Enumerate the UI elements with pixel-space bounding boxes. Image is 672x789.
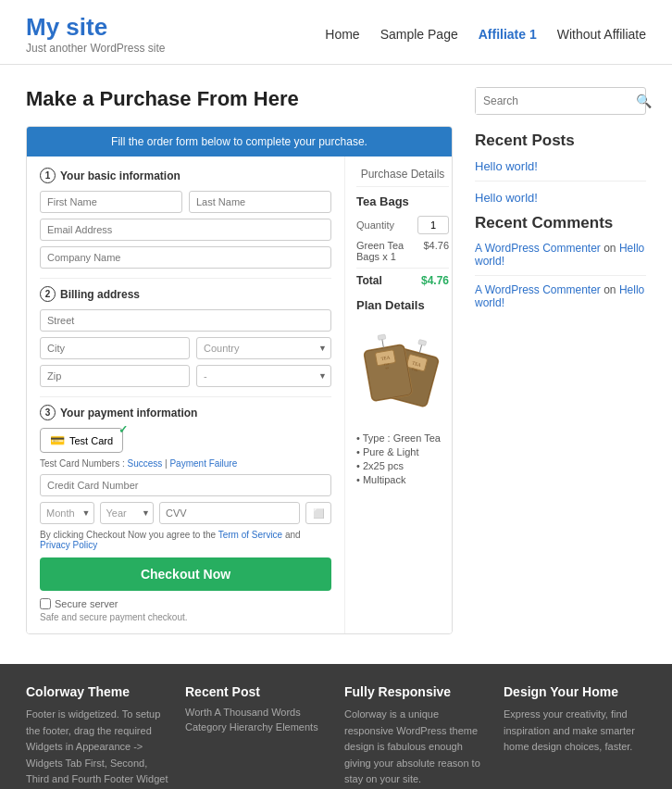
total-price: $4.76 — [421, 274, 449, 287]
checkout-button[interactable]: Checkout Now — [40, 557, 331, 591]
footer-col4-title: Design Your Home — [504, 684, 646, 699]
feature-1: • Type : Green Tea — [356, 432, 449, 444]
test-card-label: Test Card — [69, 435, 113, 446]
street-input[interactable] — [40, 309, 331, 332]
month-select[interactable]: Month — [40, 502, 94, 524]
test-card-info: Test Card Numbers : Success | Payment Fa… — [40, 458, 331, 469]
feature-3: • 2x25 pcs — [356, 460, 449, 471]
secure-checkbox[interactable] — [40, 598, 51, 609]
credit-card-input[interactable] — [40, 474, 331, 496]
comment-author-2[interactable]: A WordPress Commenter — [475, 283, 601, 296]
card-icon: 💳 — [50, 433, 65, 447]
post-link-2[interactable]: Hello world! — [475, 191, 646, 205]
quantity-label: Quantity — [356, 219, 394, 231]
main-nav: Home Sample Page Affiliate 1 Without Aff… — [325, 27, 646, 42]
email-input[interactable] — [40, 219, 331, 241]
footer-col-4: Design Your Home Express your creativity… — [504, 684, 646, 788]
plan-details-title: Plan Details — [356, 298, 449, 312]
footer-col1-text: Footer is widgetized. To setup the foote… — [26, 707, 168, 788]
section2-title: Billing address — [60, 288, 140, 301]
svg-line-13 — [382, 339, 384, 348]
search-input[interactable] — [476, 88, 629, 114]
safe-text: Safe and secure payment checkout. — [40, 612, 331, 622]
search-button[interactable]: 🔍 — [629, 89, 658, 113]
footer-col-2: Recent Post Worth A Thousand Words Categ… — [185, 684, 328, 788]
site-subtitle: Just another WordPress site — [26, 42, 166, 55]
payment-failure-link[interactable]: Payment Failure — [169, 458, 237, 469]
section-billing: 2 Billing address Country ▼ — [40, 286, 331, 387]
check-icon: ✓ — [118, 423, 128, 436]
comment-2: A WordPress Commenter on Hello world! — [475, 283, 646, 309]
feature-2: • Pure & Light — [356, 446, 449, 457]
quantity-input[interactable] — [417, 216, 449, 234]
success-link[interactable]: Success — [127, 458, 162, 469]
site-footer: Colorway Theme Footer is widgetized. To … — [0, 664, 672, 789]
footer-col3-text: Colorway is a unique responsive WordPres… — [344, 707, 487, 788]
site-title: My site — [26, 13, 166, 42]
feature-4: • Multipack — [356, 474, 449, 485]
recent-posts-title: Recent Posts — [475, 132, 646, 150]
svg-rect-6 — [418, 340, 427, 346]
last-name-input[interactable] — [189, 191, 331, 213]
comment-1: A WordPress Commenter on Hello world! — [475, 242, 646, 268]
nav-home[interactable]: Home — [325, 27, 359, 42]
total-label: Total — [356, 274, 382, 287]
purchase-details-title: Purchase Details — [356, 168, 449, 187]
cvv-input[interactable] — [159, 502, 300, 524]
section1-title: Your basic information — [60, 169, 180, 182]
tos-text: By clicking Checkout Now you agree to th… — [40, 530, 331, 550]
nav-sample-page[interactable]: Sample Page — [380, 27, 458, 42]
order-form-container: Fill the order form below to complete yo… — [26, 126, 453, 634]
footer-col-1: Colorway Theme Footer is widgetized. To … — [26, 684, 168, 788]
footer-post-link-2[interactable]: Category Hierarchy Elements — [185, 721, 328, 733]
tos-link[interactable]: Term of Service — [218, 530, 282, 540]
year-select[interactable]: Year — [100, 502, 155, 524]
product-features: • Type : Green Tea • Pure & Light • 2x25… — [356, 432, 449, 485]
form-header-bar: Fill the order form below to complete yo… — [27, 127, 452, 157]
tea-bag-image: TEA Fine TEA Fine — [356, 321, 449, 423]
nav-without-affiliate[interactable]: Without Affiliate — [557, 27, 646, 42]
section-payment: 3 Your payment information 💳 Test Card ✓… — [40, 405, 331, 622]
section2-number: 2 — [40, 286, 56, 302]
svg-line-5 — [419, 344, 422, 353]
product-name: Tea Bags — [356, 194, 449, 208]
zip-suffix-select[interactable]: - — [196, 365, 331, 387]
comment-author-1[interactable]: A WordPress Commenter — [475, 242, 601, 255]
cvv-info-button[interactable]: ⬜ — [305, 502, 331, 524]
city-input[interactable] — [40, 337, 190, 359]
site-branding: My site Just another WordPress site — [26, 13, 166, 55]
sidebar: 🔍 Recent Posts Hello world! Hello world!… — [475, 87, 646, 634]
zip-input[interactable] — [40, 365, 190, 387]
company-input[interactable] — [40, 246, 331, 269]
search-box: 🔍 — [475, 87, 646, 115]
section3-title: Your payment information — [60, 407, 197, 420]
footer-col2-title: Recent Post — [185, 684, 328, 699]
section1-number: 1 — [40, 168, 56, 183]
country-select[interactable]: Country — [196, 337, 331, 359]
site-header: My site Just another WordPress site Home… — [0, 0, 672, 65]
footer-col-3: Fully Responsive Colorway is a unique re… — [344, 684, 487, 788]
test-card-button[interactable]: 💳 Test Card — [40, 428, 123, 453]
privacy-link[interactable]: Privacy Policy — [40, 540, 97, 550]
footer-post-link-1[interactable]: Worth A Thousand Words — [185, 707, 328, 718]
line-item-price: $4.76 — [423, 240, 449, 262]
page-title: Make a Purchase From Here — [26, 87, 453, 111]
secure-label: Secure server — [55, 598, 118, 609]
line-item-label: Green Tea Bags x 1 — [356, 240, 423, 262]
nav-affiliate1[interactable]: Affiliate 1 — [479, 27, 537, 42]
first-name-input[interactable] — [40, 191, 182, 213]
footer-col1-title: Colorway Theme — [26, 684, 168, 699]
section-basic-info: 1 Your basic information — [40, 168, 331, 269]
svg-rect-14 — [378, 334, 386, 340]
footer-col4-text: Express your creativity, find inspiratio… — [504, 707, 646, 756]
footer-col3-title: Fully Responsive — [344, 684, 487, 699]
section3-number: 3 — [40, 405, 56, 420]
recent-comments-title: Recent Comments — [475, 214, 646, 232]
post-link-1[interactable]: Hello world! — [475, 159, 646, 173]
